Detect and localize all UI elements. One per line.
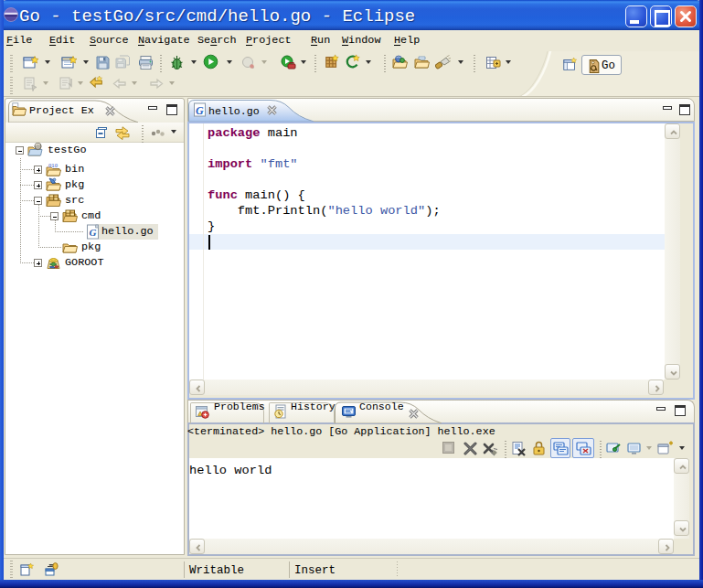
svg-text:G: G — [196, 104, 204, 117]
svg-text:G: G — [90, 227, 97, 238]
svg-text:010: 010 — [48, 163, 59, 168]
